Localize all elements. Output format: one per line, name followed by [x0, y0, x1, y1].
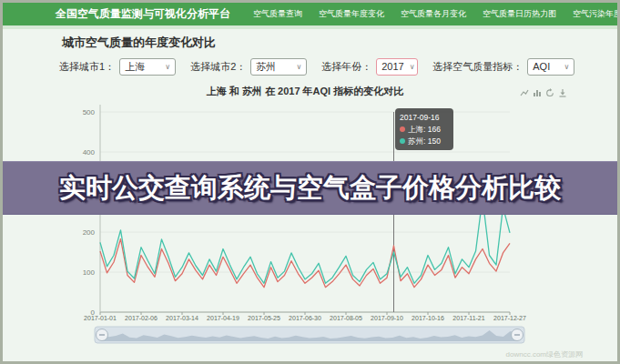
nav-item-0[interactable]: 空气质量查询 [245, 3, 310, 25]
x-axis-tick-label: 2017-03-14 [166, 315, 198, 321]
city2-value: 苏州 [256, 60, 276, 74]
x-axis-tick-label: 2017-08-05 [330, 315, 362, 321]
x-axis-tick-label: 2017-04-19 [207, 315, 239, 321]
brand-title: 全国空气质量监测与可视化分析平台 [56, 6, 230, 22]
y-axis-tick-label: 400 [64, 148, 95, 157]
chevron-down-icon: ∨ [410, 63, 415, 71]
x-axis-tick-label: 2017-09-10 [371, 315, 403, 321]
app-window: 全国空气质量监测与可视化分析平台 空气质量查询空气质量年度变化空气质量各月变化空… [0, 0, 620, 364]
datazoom-right-handle[interactable] [512, 329, 523, 341]
nav-menu: 空气质量查询空气质量年度变化空气质量各月变化空气质量日历热力图空气污染年度占比空… [245, 3, 620, 25]
metric-select[interactable]: AQI ∨ [527, 58, 574, 76]
x-axis-tick-label: 2017-02-06 [125, 315, 158, 321]
chevron-down-icon: ∨ [564, 63, 569, 71]
promo-banner: 实时公交查询系统与空气盒子价格分析比较 [0, 161, 620, 215]
top-navbar: 全国空气质量监测与可视化分析平台 空气质量查询空气质量年度变化空气质量各月变化空… [3, 3, 617, 25]
chevron-down-icon: ∨ [296, 63, 301, 71]
promo-banner-text: 实时公交查询系统与空气盒子价格分析比较 [59, 170, 561, 207]
watermark-text: downcc.com绿色资源网 [506, 349, 583, 359]
filter-controls: 选择城市1： 上海 ∨ 选择城市2： 苏州 ∨ 选择年份： 2017 ∨ 选择空… [59, 56, 589, 76]
restore-icon[interactable] [545, 85, 554, 94]
line-chart-icon[interactable] [520, 85, 529, 94]
year-value: 2017 [381, 61, 403, 72]
nav-item-2[interactable]: 空气质量各月变化 [392, 3, 474, 25]
datazoom-left-handle[interactable] [97, 329, 108, 341]
tooltip-date: 2017-09-16 [400, 112, 449, 124]
metric-label: 选择空气质量指标： [432, 60, 523, 74]
city1-label: 选择城市1： [59, 60, 115, 74]
chart-toolbox [520, 85, 567, 94]
chevron-down-icon: ∨ [165, 63, 170, 71]
city2-select[interactable]: 苏州 ∨ [250, 58, 307, 76]
x-axis-tick-label: 2017-06-30 [289, 315, 321, 321]
y-axis-tick-label: 100 [64, 268, 95, 277]
chart-tooltip: 2017-09-16 上海: 166苏州: 150 [395, 108, 453, 150]
bar-chart-icon[interactable] [533, 85, 542, 94]
city1-value: 上海 [125, 60, 145, 74]
nav-item-4[interactable]: 空气污染年度占比 [564, 3, 620, 25]
metric-value: AQI [533, 61, 550, 72]
x-axis-tick-label: 2017-11-21 [452, 315, 484, 321]
x-axis-tick-label: 2017-05-25 [248, 315, 280, 321]
save-image-icon[interactable] [558, 85, 567, 94]
tooltip-row: 苏州: 150 [400, 136, 449, 147]
series-dot-icon [400, 138, 405, 144]
city2-label: 选择城市2： [190, 60, 246, 74]
year-select[interactable]: 2017 ∨ [376, 58, 418, 76]
nav-item-3[interactable]: 空气质量日历热力图 [474, 3, 564, 25]
year-label: 选择年份： [321, 60, 371, 74]
tooltip-row: 上海: 166 [400, 124, 449, 136]
x-axis-tick-label: 2017-01-01 [84, 315, 117, 321]
y-axis-tick-label: 200 [64, 228, 95, 237]
navbar-accent-strip [3, 25, 617, 29]
nav-item-1[interactable]: 空气质量年度变化 [310, 3, 392, 25]
series-dot-icon [400, 126, 405, 132]
x-axis-tick-label: 2017-10-16 [412, 315, 444, 321]
y-axis-tick-label: 500 [64, 108, 95, 116]
chart-title: 上海 和 苏州 在 2017 年AQI 指标的变化对比 [100, 85, 510, 98]
x-axis-tick-label: 2017-12-27 [493, 315, 526, 321]
city1-select[interactable]: 上海 ∨ [119, 58, 176, 76]
page-title: 城市空气质量的年度变化对比 [62, 35, 216, 51]
